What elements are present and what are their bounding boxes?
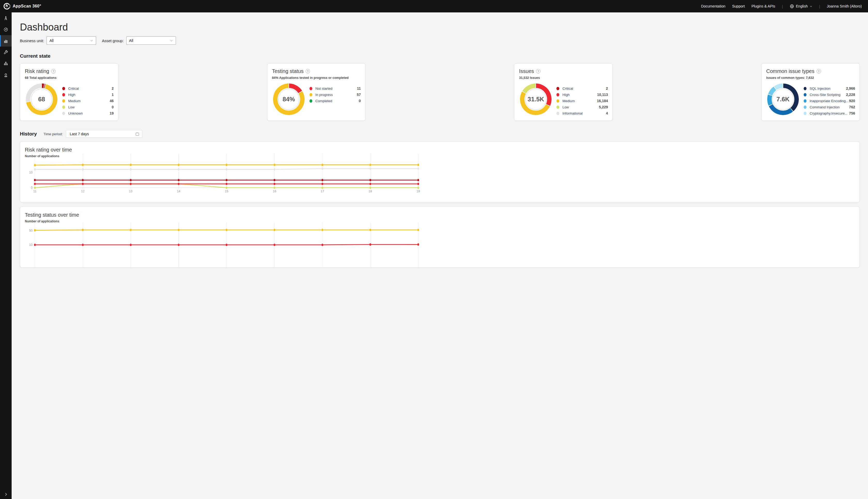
legend-row-completed: Completed0: [310, 98, 361, 104]
legend-label: Medium: [68, 99, 110, 103]
legend-dot: [62, 112, 65, 115]
sidebar-item-users[interactable]: [0, 69, 12, 81]
legend-row-high: High1: [62, 92, 114, 98]
history-heading: History: [20, 131, 37, 137]
svg-text:13: 13: [129, 190, 133, 193]
gauge-icon: [3, 27, 8, 32]
compass-icon: [3, 16, 8, 21]
legend-value: 2: [112, 86, 114, 90]
risk-rating-donut-chart: 68: [26, 84, 57, 115]
main-content: Dashboard Business unit: All Asset group…: [12, 12, 434, 250]
svg-text:0: 0: [31, 186, 33, 190]
current-state-cards: Risk rating?68 Total applications68Criti…: [20, 63, 434, 121]
legend-label: Low: [68, 105, 112, 109]
donut-hole: 84%: [277, 88, 300, 111]
chart-card-risk-rating-over-time: Risk rating over timeNumber of applicati…: [20, 142, 434, 203]
page-title: Dashboard: [20, 22, 434, 33]
sidebar-item-asset-groups[interactable]: [0, 58, 12, 69]
legend-row-unknown: Unknown19: [62, 110, 114, 116]
svg-text:15: 15: [225, 190, 228, 193]
legend-value: 46: [110, 99, 114, 103]
bar-chart-icon: [3, 38, 8, 44]
svg-text:11: 11: [33, 190, 37, 193]
legend-label: High: [68, 93, 112, 97]
history-row: History Time period: Last 7 days: [20, 130, 434, 138]
sidebar: [0, 12, 12, 250]
svg-text:50: 50: [29, 229, 33, 232]
time-period-value: Last 7 days: [70, 132, 89, 136]
legend-label: Critical: [68, 87, 112, 90]
legend-value: 11: [357, 86, 361, 90]
legend-dot: [62, 99, 65, 102]
calendar-icon: [135, 132, 139, 136]
donut-center-value: 68: [30, 88, 53, 111]
chart-y-axis-label: Number of applications: [20, 153, 434, 158]
legend-row-critical: Critical2: [62, 85, 114, 92]
svg-text:17: 17: [320, 190, 324, 193]
card-title: Testing status: [272, 68, 303, 74]
time-period-input[interactable]: Last 7 days: [66, 130, 142, 138]
svg-text:19: 19: [416, 190, 420, 193]
card-title-row: Testing status?: [267, 64, 365, 74]
legend-row-medium: Medium46: [62, 98, 114, 104]
testing-status-donut-chart: 84%: [273, 84, 305, 115]
legend-dot: [310, 99, 312, 102]
asset-group-value: All: [129, 38, 133, 42]
legend-row-in-progress: In progress57: [310, 92, 361, 98]
user-icon: [3, 73, 8, 77]
sidebar-item-applications[interactable]: [0, 12, 12, 24]
legend-value: 1: [112, 93, 114, 97]
card-legend: Critical2High1Medium46Low0Unknown19: [62, 85, 114, 116]
legend-label: Not started: [315, 87, 357, 90]
help-icon[interactable]: ?: [306, 69, 310, 73]
legend-label: Completed: [315, 99, 359, 103]
svg-text:10: 10: [29, 171, 33, 174]
card-title: Risk rating: [25, 68, 49, 74]
svg-text:16: 16: [273, 190, 276, 193]
filters-row: Business unit: All Asset group: All: [20, 36, 434, 45]
current-state-heading: Current state: [20, 53, 434, 59]
svg-text:14: 14: [177, 190, 180, 193]
sidebar-item-tools[interactable]: [0, 47, 12, 58]
chevron-down-icon: [90, 39, 93, 42]
legend-row-low: Low0: [62, 104, 114, 110]
sidebar-item-scans[interactable]: [0, 24, 12, 35]
legend-value: 19: [110, 111, 114, 115]
business-unit-select[interactable]: All: [47, 36, 96, 45]
card-subtitle: 68 Total applications: [20, 74, 118, 80]
history-charts: Risk rating over timeNumber of applicati…: [20, 142, 434, 250]
legend-value: 0: [359, 99, 361, 103]
svg-text:18: 18: [369, 190, 372, 193]
legend-row-not-started: Not started11: [310, 85, 361, 92]
legend-dot: [310, 93, 312, 96]
donut-hole: 68: [30, 88, 53, 111]
business-unit-label: Business unit:: [20, 38, 44, 43]
sidebar-item-dashboard[interactable]: [0, 35, 12, 47]
asset-group-select[interactable]: All: [126, 36, 176, 45]
app-title: AppScan 360°: [13, 4, 41, 9]
chart-card-testing-status-over-time: Testing status over timeNumber of applic…: [20, 207, 434, 250]
chart-y-axis-label: Number of applications: [20, 218, 434, 223]
time-period-label: Time period:: [43, 132, 63, 136]
legend-dot: [62, 106, 65, 109]
wrench-icon: [3, 50, 8, 55]
legend-dot: [62, 93, 65, 96]
card-title-row: Risk rating?: [20, 64, 118, 74]
card-testing-status: Testing status?84% Applications tested i…: [267, 63, 366, 121]
donut-center-value: 84%: [277, 88, 300, 111]
help-icon[interactable]: ?: [51, 69, 55, 73]
legend-dot: [62, 87, 65, 90]
legend-label: Unknown: [68, 111, 110, 115]
appscan-logo-icon: [3, 3, 10, 10]
legend-label: In progress: [315, 93, 357, 97]
asset-group-label: Asset group:: [102, 38, 124, 43]
chart-title: Testing status over time: [20, 207, 434, 218]
business-unit-value: All: [49, 38, 53, 42]
card-risk-rating: Risk rating?68 Total applications68Criti…: [20, 63, 118, 121]
legend-dot: [310, 87, 312, 90]
card-subtitle: 84% Applications tested in progress or c…: [267, 74, 365, 80]
svg-text:10: 10: [29, 243, 33, 247]
legend-value: 0: [112, 105, 114, 109]
chart-title: Risk rating over time: [20, 142, 434, 153]
hierarchy-icon: [3, 61, 8, 66]
